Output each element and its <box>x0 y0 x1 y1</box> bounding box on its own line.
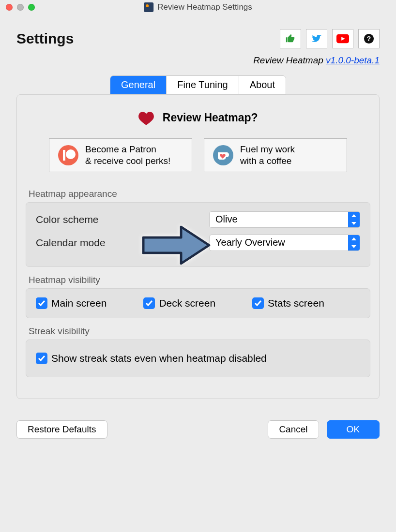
color-scheme-label: Color scheme <box>36 214 142 225</box>
version-link[interactable]: v1.0.0-beta.1 <box>326 55 380 65</box>
love-prompt-text: Review Heatmap? <box>163 111 258 124</box>
calendar-mode-select[interactable]: Yearly Overview <box>209 235 360 251</box>
help-button[interactable]: ? <box>358 29 380 48</box>
svg-text:?: ? <box>367 35 371 43</box>
streak-label: Streak visibility <box>29 326 370 337</box>
window-title: Review Heatmap Settings <box>157 2 252 12</box>
streak-check-label: Show streak stats even when heatmap disa… <box>51 353 267 364</box>
twitter-icon <box>311 33 322 44</box>
stats-screen-label: Stats screen <box>268 297 324 309</box>
checkbox-checked-icon <box>252 297 264 309</box>
stats-screen-checkbox[interactable]: Stats screen <box>252 297 324 309</box>
close-window-button[interactable] <box>6 4 13 11</box>
youtube-button[interactable] <box>332 29 353 48</box>
app-icon <box>144 2 153 12</box>
patreon-promo-button[interactable]: Become a Patron & receive cool perks! <box>49 138 192 172</box>
kofi-icon <box>213 145 233 165</box>
checkbox-checked-icon <box>36 353 47 364</box>
patreon-line1: Become a Patron <box>85 144 170 155</box>
select-stepper-icon <box>348 212 360 227</box>
addon-name: Review Heatmap <box>253 55 323 65</box>
page-title: Settings <box>16 30 74 47</box>
svg-rect-4 <box>63 150 65 161</box>
cancel-button[interactable]: Cancel <box>268 420 319 439</box>
youtube-icon <box>336 34 349 44</box>
tab-general[interactable]: General <box>110 76 167 94</box>
checkbox-checked-icon <box>36 297 47 309</box>
restore-defaults-button[interactable]: Restore Defaults <box>16 420 107 439</box>
main-screen-checkbox[interactable]: Main screen <box>36 297 107 309</box>
appearance-label: Heatmap appearance <box>29 189 370 199</box>
zoom-window-button[interactable] <box>28 4 35 11</box>
main-screen-label: Main screen <box>51 297 107 309</box>
patreon-icon <box>58 145 78 165</box>
heart-icon <box>138 111 154 126</box>
patreon-line2: & receive cool perks! <box>85 155 170 167</box>
appearance-section: Color scheme Olive Calendar mode Yearly … <box>26 202 370 267</box>
thumbs-up-icon <box>285 33 296 44</box>
kofi-line2: with a coffee <box>240 155 295 167</box>
deck-screen-label: Deck screen <box>159 297 215 309</box>
svg-point-5 <box>66 149 76 159</box>
kofi-line1: Fuel my work <box>240 144 295 155</box>
calendar-mode-value: Yearly Overview <box>210 237 348 248</box>
select-stepper-icon <box>348 235 360 251</box>
titlebar: Review Heatmap Settings <box>0 0 396 15</box>
help-icon: ? <box>364 33 374 44</box>
tab-fine-tuning[interactable]: Fine Tuning <box>167 76 239 94</box>
checkbox-checked-icon <box>143 297 155 309</box>
traffic-lights <box>6 4 35 11</box>
ok-button[interactable]: OK <box>327 420 380 439</box>
streak-section: Show streak stats even when heatmap disa… <box>26 340 370 377</box>
calendar-mode-label: Calendar mode <box>36 237 142 249</box>
love-prompt-row: Review Heatmap? <box>26 111 370 126</box>
tab-about[interactable]: About <box>239 76 286 94</box>
general-panel: Review Heatmap? Become a Patron & receiv… <box>16 94 380 399</box>
visibility-label: Heatmap visibility <box>29 275 370 285</box>
streak-checkbox[interactable]: Show streak stats even when heatmap disa… <box>36 353 360 364</box>
tab-group: General Fine Tuning About <box>110 75 286 94</box>
visibility-section: Main screen Deck screen Stats screen <box>26 288 370 318</box>
color-scheme-value: Olive <box>210 214 348 225</box>
twitter-button[interactable] <box>306 29 327 48</box>
thumbs-up-button[interactable] <box>280 29 301 48</box>
deck-screen-checkbox[interactable]: Deck screen <box>143 297 215 309</box>
kofi-promo-button[interactable]: Fuel my work with a coffee <box>204 138 347 172</box>
color-scheme-select[interactable]: Olive <box>209 211 360 228</box>
minimize-window-button[interactable] <box>17 4 24 11</box>
